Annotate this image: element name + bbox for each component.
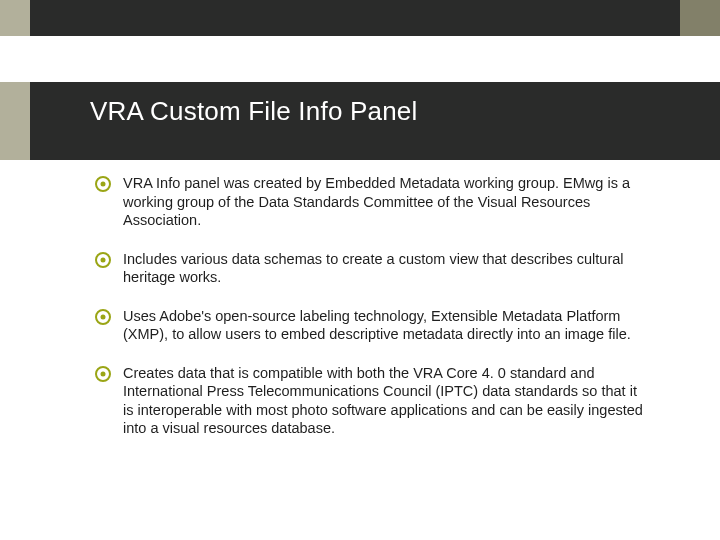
bullet-text: VRA Info panel was created by Embedded M… (123, 174, 645, 230)
bullet-icon (95, 176, 113, 194)
list-item: VRA Info panel was created by Embedded M… (95, 174, 645, 230)
svg-point-5 (101, 314, 106, 319)
bullet-icon (95, 366, 113, 384)
bullet-text: Creates data that is compatible with bot… (123, 364, 645, 438)
top-accent-dark (30, 0, 680, 36)
top-decoration (0, 0, 720, 36)
title-block: VRA Custom File Info Panel (30, 82, 720, 160)
list-item: Creates data that is compatible with bot… (95, 364, 645, 438)
title-band: VRA Custom File Info Panel (0, 82, 720, 160)
list-item: Uses Adobe's open-source labeling techno… (95, 307, 645, 344)
svg-point-7 (101, 371, 106, 376)
title-left-accent (0, 82, 30, 160)
bullet-icon (95, 309, 113, 327)
slide-title: VRA Custom File Info Panel (90, 96, 417, 127)
svg-point-1 (101, 182, 106, 187)
bullet-icon (95, 252, 113, 270)
top-accent-tan (0, 0, 30, 36)
bullet-text: Includes various data schemas to create … (123, 250, 645, 287)
top-accent-olive (680, 0, 720, 36)
svg-point-3 (101, 257, 106, 262)
bullet-text: Uses Adobe's open-source labeling techno… (123, 307, 645, 344)
slide-content: VRA Info panel was created by Embedded M… (95, 174, 645, 524)
list-item: Includes various data schemas to create … (95, 250, 645, 287)
